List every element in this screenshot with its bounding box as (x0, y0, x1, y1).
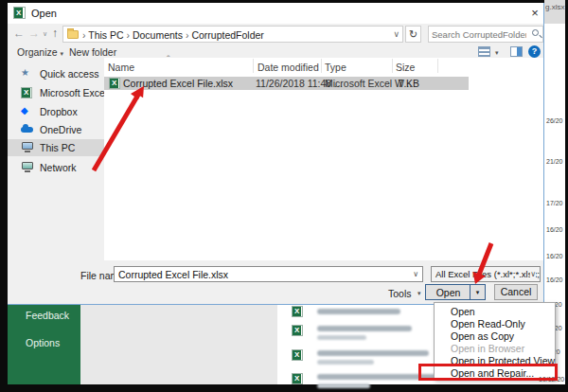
background-date: 16/20 (546, 276, 563, 283)
background-date: 17/20 (546, 200, 563, 206)
sort-ascending-icon: ˆ (167, 54, 170, 65)
column-header-type[interactable]: Type (325, 62, 346, 73)
breadcrumb-separator: › (127, 29, 131, 41)
breadcrumb-this-pc[interactable]: This PC (88, 29, 123, 41)
view-chevron-icon[interactable]: ▾ (495, 49, 499, 57)
sidebar-item-network[interactable]: Network (8, 159, 104, 176)
menu-item-open[interactable]: Open (435, 306, 555, 318)
menu-item-open-read-only[interactable]: Open Read-Only (435, 318, 555, 330)
breadcrumb-separator: › (186, 29, 189, 41)
open-split-chevron-icon[interactable]: ▾ (470, 285, 485, 299)
onedrive-cloud-icon (21, 127, 33, 133)
excel-icon: X (21, 87, 32, 98)
file-type-select[interactable]: All Excel Files (*.xl*;*.xlsx;*.xlsm; ∨ (431, 266, 541, 282)
folder-icon (67, 30, 79, 39)
chevron-down-icon: ▾ (61, 50, 64, 57)
tools-chevron-icon[interactable]: ▾ (417, 290, 421, 297)
address-dropdown-chevron-icon[interactable]: ∨ (393, 29, 399, 39)
help-icon[interactable]: ? (528, 45, 541, 58)
background-date: 16/20 (546, 226, 563, 233)
backstage-sidebar: Feedback Options (8, 305, 80, 384)
excel-file-icon: X (292, 349, 303, 361)
background-partial-filename: g.xlsx (545, 3, 564, 11)
background-date: 26/20 (546, 117, 563, 124)
backstage-feedback-item[interactable]: Feedback (26, 310, 69, 321)
up-icon[interactable]: ↑ (52, 27, 58, 40)
column-header-size[interactable]: Size (396, 62, 415, 73)
new-folder-button[interactable]: New folder (69, 46, 116, 58)
navigation-row: ← → ∨ ↑ › This PC › Documents › Corrupte… (8, 24, 543, 45)
address-bar[interactable]: › This PC › Documents › CorruptedFolder … (62, 26, 403, 43)
search-input[interactable] (432, 27, 526, 41)
excel-file-icon: X (292, 325, 303, 336)
dialog-footer: File name: ∨ All Excel Files (*.xl*;*.xl… (8, 262, 543, 305)
computer-icon (22, 142, 33, 150)
dialog-titlebar: X Open × (8, 3, 543, 24)
refresh-icon[interactable]: ↻ (405, 26, 421, 43)
open-button[interactable]: Open ▾ (425, 284, 486, 300)
file-row-corrupted-excel-file[interactable]: X Corrupted Excel File.xlsx 11/26/2018 1… (104, 77, 469, 90)
recent-locations-chevron-icon[interactable]: ∨ (43, 30, 47, 38)
annotation-highlight-open-and-repair (418, 364, 558, 381)
file-name-input[interactable] (118, 268, 402, 280)
view-details-icon[interactable] (478, 46, 490, 57)
file-name-cell: Corrupted Excel File.xlsx (123, 78, 233, 89)
excel-app-icon: X (13, 7, 26, 19)
background-date: 21/20 (546, 158, 563, 165)
search-icon (532, 29, 539, 36)
breadcrumb-corruptedfolder[interactable]: CorruptedFolder (191, 29, 263, 41)
breadcrumb-separator: › (82, 29, 86, 41)
sidebar-item-microsoft-excel[interactable]: X Microsoft Excel (8, 84, 104, 101)
star-icon: ★ (21, 67, 34, 80)
breadcrumb-documents[interactable]: Documents (133, 29, 183, 41)
sidebar-item-quick-access[interactable]: ★ Quick access (8, 65, 104, 82)
network-icon (22, 162, 33, 169)
backstage-options-item[interactable]: Options (26, 337, 60, 348)
tools-button[interactable]: Tools (388, 288, 412, 299)
excel-file-icon: X (109, 78, 120, 89)
backstage-panel (80, 305, 277, 384)
dropbox-icon: ◆ (21, 105, 34, 117)
close-icon[interactable]: × (526, 5, 543, 22)
sidebar-item-this-pc[interactable]: This PC (8, 139, 104, 156)
organize-button[interactable]: Organize ▾ (17, 46, 63, 58)
chevron-down-icon: ∨ (530, 270, 536, 278)
background-window-strip: g.xlsx (544, 0, 565, 24)
open-dialog: X Open × ← → ∨ ↑ › This PC › Documents ›… (8, 3, 544, 305)
screenshot-root: g.xlsx 26/20 21/20 17/20 16/20 16/20 16/… (0, 0, 568, 392)
back-icon[interactable]: ← (13, 27, 25, 40)
file-size-cell: 7 KB (386, 78, 419, 89)
file-name-combo: ∨ (114, 266, 423, 282)
column-header-date-modified[interactable]: Date modified (257, 62, 319, 73)
file-list: Name ˆ Date modified Type Size X Corrupt… (104, 58, 543, 260)
column-header-name[interactable]: Name (108, 62, 134, 73)
excel-file-icon: X (292, 306, 303, 317)
sidebar-item-onedrive[interactable]: OneDrive (8, 121, 104, 138)
forward-icon[interactable]: → (28, 27, 40, 40)
menu-item-open-as-copy[interactable]: Open as Copy (435, 330, 555, 343)
chevron-down-icon[interactable]: ∨ (413, 270, 418, 278)
background-date: 16/20 (546, 253, 563, 259)
sidebar-item-dropbox[interactable]: ◆ Dropbox (8, 103, 104, 120)
dialog-title: Open (31, 8, 57, 19)
menu-item-open-in-browser: Open in Browser (435, 343, 555, 355)
preview-pane-icon[interactable] (510, 46, 523, 57)
cancel-button[interactable]: Cancel (494, 284, 538, 300)
search-box (428, 26, 543, 43)
excel-file-icon: X (292, 373, 303, 384)
